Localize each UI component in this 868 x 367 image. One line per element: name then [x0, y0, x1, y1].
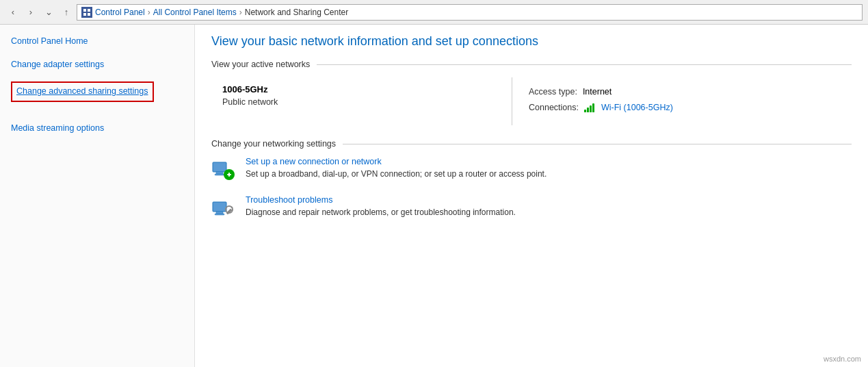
up-button[interactable]: ↑: [59, 5, 74, 20]
network-type: Public network: [222, 97, 501, 107]
watermark: wsxdn.com: [824, 355, 861, 363]
sidebar: Control Panel Home Change adapter settin…: [0, 25, 195, 367]
wifi-bar-2: [587, 107, 589, 112]
dropdown-button[interactable]: ⌄: [41, 5, 56, 20]
network-info-right: Access type: Internet Connections: Wi-Fi…: [512, 77, 689, 125]
sidebar-item-control-panel-home[interactable]: Control Panel Home: [11, 36, 183, 48]
active-networks-header: View your active networks: [211, 60, 852, 69]
new-connection-icon: [211, 157, 236, 181]
new-connection-link[interactable]: Set up a new connection or network: [246, 157, 547, 166]
svg-rect-2: [83, 13, 86, 16]
forward-button[interactable]: ›: [23, 5, 38, 20]
sidebar-item-change-advanced-sharing[interactable]: Change advanced sharing settings: [11, 81, 154, 102]
wifi-bar-1: [584, 110, 586, 112]
svg-rect-12: [215, 214, 224, 215]
section-divider-2: [343, 144, 852, 144]
setting-item-new-connection: Set up a new connection or network Set u…: [211, 157, 852, 181]
network-name: 1006-5GHz: [222, 84, 501, 94]
sidebar-item-media-streaming[interactable]: Media streaming options: [11, 123, 183, 135]
page-title: View your basic network information and …: [211, 34, 852, 49]
svg-rect-1: [88, 9, 90, 12]
svg-rect-5: [216, 172, 223, 174]
sidebar-item-change-adapter[interactable]: Change adapter settings: [11, 59, 183, 71]
svg-rect-0: [83, 9, 86, 12]
connections-row: Connections: Wi-Fi (1006-5GHz): [529, 100, 673, 116]
path-sep-2: ›: [239, 8, 242, 17]
networking-settings: Change your networking settings: [211, 139, 852, 220]
address-bar: ‹ › ⌄ ↑ Control Panel › All Control Pane…: [0, 0, 868, 25]
back-button[interactable]: ‹: [5, 5, 21, 20]
setting-item-troubleshoot: Troubleshoot problems Diagnose and repai…: [211, 195, 852, 220]
networking-settings-label: Change your networking settings: [211, 139, 336, 149]
networking-settings-header: Change your networking settings: [211, 139, 852, 149]
new-connection-text: Set up a new connection or network Set u…: [246, 157, 547, 180]
troubleshoot-link[interactable]: Troubleshoot problems: [246, 195, 516, 205]
svg-rect-3: [88, 13, 90, 16]
path-segment-1[interactable]: Control Panel: [95, 8, 145, 17]
new-connection-desc: Set up a broadband, dial-up, or VPN conn…: [246, 169, 547, 179]
wifi-connection-link[interactable]: Wi-Fi (1006-5GHz): [601, 100, 673, 116]
section-divider-1: [317, 64, 852, 65]
content-area: View your basic network information and …: [195, 25, 868, 367]
svg-rect-11: [216, 212, 223, 214]
access-type-label: Access type:: [529, 84, 577, 100]
network-info-left: 1006-5GHz Public network: [211, 77, 512, 125]
connections-label: Connections:: [529, 100, 579, 116]
path-segment-2[interactable]: All Control Panel Items: [153, 8, 237, 17]
access-type-row: Access type: Internet: [529, 84, 673, 100]
wifi-signal-icon: [584, 103, 594, 112]
active-networks-container: 1006-5GHz Public network Access type: In…: [211, 77, 852, 125]
wifi-bar-4: [592, 103, 594, 112]
control-panel-icon: [81, 7, 92, 18]
svg-rect-6: [215, 174, 224, 175]
wifi-bar-3: [590, 105, 592, 112]
troubleshoot-icon: [211, 195, 236, 220]
access-type-value: Internet: [583, 84, 611, 100]
breadcrumb: Control Panel › All Control Panel Items …: [77, 4, 863, 21]
troubleshoot-text: Troubleshoot problems Diagnose and repai…: [246, 195, 516, 218]
active-networks-label: View your active networks: [211, 60, 310, 69]
svg-rect-10: [213, 202, 226, 212]
svg-rect-4: [213, 162, 226, 172]
troubleshoot-desc: Diagnose and repair network problems, or…: [246, 207, 516, 217]
path-sep-1: ›: [148, 8, 150, 17]
path-segment-3: Network and Sharing Center: [245, 8, 348, 17]
main-layout: Control Panel Home Change adapter settin…: [0, 25, 868, 367]
svg-rect-9: [228, 173, 230, 177]
